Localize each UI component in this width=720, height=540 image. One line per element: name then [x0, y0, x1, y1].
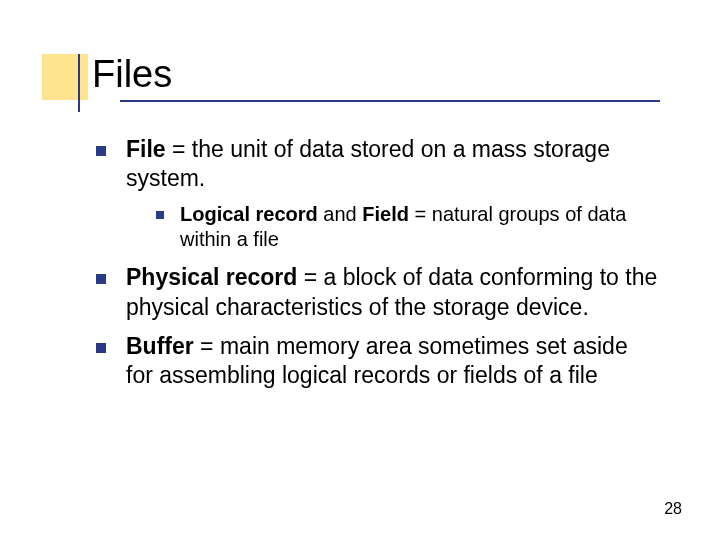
slide-body: File = the unit of data stored on a mass…	[96, 135, 658, 401]
bullet-term: Buffer	[126, 333, 194, 359]
list-item: Physical record = a block of data confor…	[96, 263, 658, 322]
bullet-term: Physical record	[126, 264, 297, 290]
list-item: Buffer = main memory area sometimes set …	[96, 332, 658, 391]
bullet-list: File = the unit of data stored on a mass…	[96, 135, 658, 391]
page-number: 28	[664, 500, 682, 518]
bullet-text: = main memory area sometimes set aside f…	[126, 333, 628, 388]
bullet-term: File	[126, 136, 166, 162]
bullet-term: Field	[362, 203, 409, 225]
bullet-term: Logical record	[180, 203, 318, 225]
title-underline	[120, 100, 660, 102]
bullet-text: and	[318, 203, 362, 225]
sub-bullet-list: Logical record and Field = natural group…	[126, 202, 658, 253]
list-item: File = the unit of data stored on a mass…	[96, 135, 658, 253]
title-block: Files	[42, 54, 660, 96]
bullet-text: = the unit of data stored on a mass stor…	[126, 136, 610, 191]
slide: Files File = the unit of data stored on …	[0, 0, 720, 540]
title-vertical-line	[78, 54, 80, 112]
slide-title: Files	[42, 54, 660, 96]
list-item: Logical record and Field = natural group…	[156, 202, 658, 253]
